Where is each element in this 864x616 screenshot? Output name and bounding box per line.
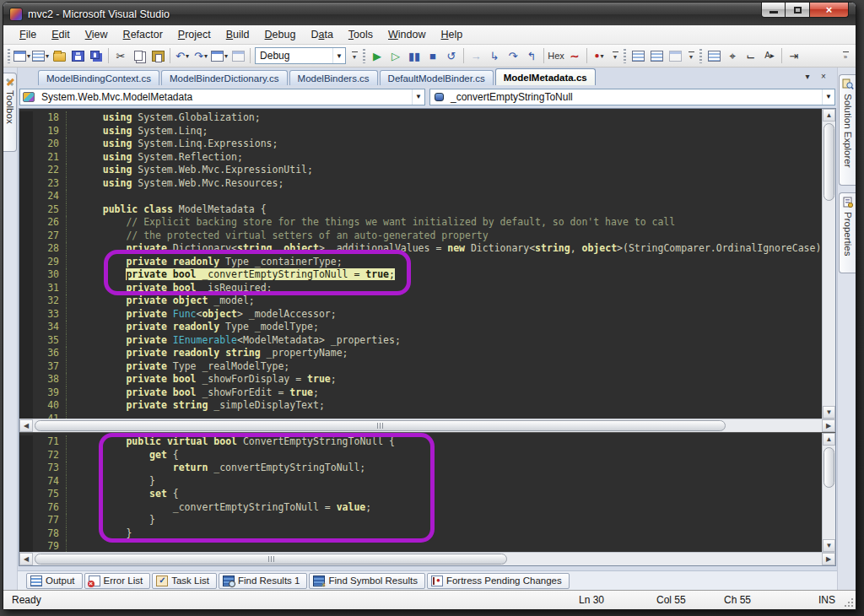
navigate-backward-button[interactable]: ▾ — [211, 47, 228, 64]
navigate-forward-button[interactable] — [230, 47, 246, 64]
start-debugging-button[interactable]: ▶ — [369, 47, 386, 64]
code-line-38[interactable]: 38 private bool _showForDisplay = true; — [19, 373, 822, 386]
add-item-button[interactable]: ▾ — [32, 47, 49, 64]
panel-tab-find-symbol-results[interactable]: Find Symbol Results — [309, 573, 424, 589]
breakpoint-button[interactable]: ●▾ — [591, 47, 608, 64]
step-out-button[interactable]: ↰ — [523, 47, 540, 64]
types-combo[interactable]: System.Web.Mvc.ModelMetadata ▼ — [19, 89, 425, 105]
code-line-76[interactable]: 76 _convertEmptyStringToNull = value; — [19, 501, 822, 515]
toolbar-overflow-button[interactable]: » — [840, 48, 850, 63]
scrollbar-thumb[interactable] — [35, 420, 726, 431]
scroll-left-arrow[interactable]: ◀ — [19, 553, 33, 565]
document-tab-modelbinders-cs[interactable]: ModelBinders.cs — [289, 70, 378, 85]
format-button[interactable] — [667, 47, 683, 64]
code-line-77[interactable]: 77 } — [19, 514, 822, 527]
vertical-scrollbar[interactable]: ▲ ▼ — [822, 109, 835, 419]
code-line-37[interactable]: 37 private Type _realModelType; — [19, 360, 822, 374]
menu-window[interactable]: Window — [381, 27, 433, 42]
scrollbar-thumb[interactable] — [824, 447, 834, 488]
code-line-40[interactable]: 40 private string _simpleDisplayText; — [19, 399, 822, 413]
panel-tab-output[interactable]: Output — [26, 573, 83, 589]
code-line-39[interactable]: 39 private bool _showForEdit = true; — [19, 386, 822, 400]
resize-grip[interactable] — [844, 597, 854, 608]
scroll-right-arrow[interactable]: ▶ — [822, 553, 835, 565]
hex-button[interactable]: Hex — [548, 47, 564, 64]
document-tab-modelmetadata-cs[interactable]: ModelMetadata.cs — [495, 68, 596, 85]
code-line-36[interactable]: 36 private readonly string _propertyName… — [19, 347, 822, 360]
code-line-72[interactable]: 72 get { — [19, 449, 822, 462]
display-in-browser-button[interactable] — [705, 47, 722, 64]
menu-build[interactable]: Build — [219, 27, 257, 42]
document-tab-modelbinderdictionary-cs[interactable]: ModelBinderDictionary.cs — [161, 70, 288, 85]
menu-tools[interactable]: Tools — [341, 27, 381, 42]
code-line-29[interactable]: 29 private readonly Type _containerType; — [19, 256, 822, 269]
copy-button[interactable] — [131, 47, 148, 64]
code-line-78[interactable]: 78 } — [19, 527, 822, 541]
cursor-underline-button[interactable]: ⌙ — [742, 47, 759, 64]
toolbar-options-button[interactable]: ▾ — [686, 48, 696, 63]
code-line-28[interactable]: 28 private Dictionary<string, object> ad… — [19, 242, 822, 256]
toolbar-grip[interactable] — [624, 49, 626, 63]
title-bar[interactable]: mvc2 - Microsoft Visual Studio × — [3, 3, 856, 25]
restore-button[interactable] — [786, 3, 810, 18]
scroll-down-arrow[interactable]: ▼ — [823, 539, 835, 552]
code-line-31[interactable]: 31 private bool _isRequired; — [19, 282, 822, 295]
menu-edit[interactable]: Edit — [44, 27, 78, 42]
code-line-27[interactable]: 27 // the protected virtual setters of a… — [19, 230, 822, 243]
menu-project[interactable]: Project — [170, 27, 219, 42]
code-line-20[interactable]: 20 using System.Linq.Expressions; — [19, 138, 822, 151]
save-all-button[interactable] — [88, 47, 105, 64]
code-pane-bottom[interactable]: 71 public virtual bool ConvertEmptyStrin… — [19, 433, 822, 552]
close-document-button[interactable]: × — [817, 70, 830, 83]
minimize-button[interactable] — [761, 3, 786, 18]
toolbar-options-button[interactable]: ▾ — [610, 48, 620, 63]
active-files-dropdown-button[interactable]: ▾ — [801, 70, 814, 83]
code-line-18[interactable]: 18 using System.Globalization; — [19, 111, 822, 125]
menu-data[interactable]: Data — [303, 27, 340, 42]
cut-button[interactable]: ✂ — [112, 47, 129, 64]
horizontal-scrollbar[interactable]: ◀ ▶ — [19, 419, 835, 432]
code-line-26[interactable]: 26 // Explicit backing store for the thi… — [19, 216, 822, 230]
scroll-down-arrow[interactable]: ▼ — [823, 406, 835, 419]
undo-button[interactable]: ↶▾ — [174, 47, 191, 64]
exceptions-button[interactable]: ∼ — [566, 47, 583, 64]
new-project-button[interactable]: ▾ — [14, 47, 30, 64]
members-combo[interactable]: _convertEmptyStringToNull ▼ — [429, 89, 835, 105]
sort-button[interactable]: A▸ — [761, 47, 778, 64]
code-line-24[interactable]: 24 — [19, 190, 822, 203]
save-button[interactable] — [69, 47, 86, 64]
code-line-79[interactable]: 79 — [19, 540, 822, 552]
indent-button[interactable]: ⇥ — [786, 47, 802, 64]
redo-button[interactable]: ↷▾ — [192, 47, 209, 64]
comment-button[interactable] — [629, 47, 646, 64]
document-tab-modelbindingcontext-cs[interactable]: ModelBindingContext.cs — [38, 70, 159, 85]
stop-debugging-button[interactable]: ■ — [424, 47, 441, 64]
code-line-23[interactable]: 23 using System.Web.Mvc.Resources; — [19, 177, 822, 191]
open-file-button[interactable] — [51, 47, 68, 64]
code-line-74[interactable]: 74 } — [19, 475, 822, 489]
vertical-scrollbar[interactable]: ▲ ▼ — [822, 433, 835, 552]
scroll-up-arrow[interactable]: ▲ — [823, 109, 835, 122]
scroll-right-arrow[interactable]: ▶ — [822, 419, 835, 432]
code-line-19[interactable]: 19 using System.Linq; — [19, 125, 822, 138]
scrollbar-thumb[interactable] — [35, 554, 507, 565]
menu-help[interactable]: Help — [434, 27, 471, 42]
show-next-statement-button[interactable]: → — [467, 47, 484, 64]
code-line-21[interactable]: 21 using System.Reflection; — [19, 151, 822, 165]
code-line-22[interactable]: 22 using System.Web.Mvc.ExpressionUtil; — [19, 164, 822, 177]
toolbar-grip[interactable] — [363, 49, 365, 63]
code-line-34[interactable]: 34 private readonly Type _modelType; — [19, 321, 822, 334]
solution-configuration-combo[interactable]: Debug ▼ — [255, 47, 346, 64]
panel-tab-find-results-1[interactable]: Find Results 1 — [219, 573, 308, 589]
toolbar-grip[interactable] — [699, 49, 702, 63]
close-button[interactable]: × — [810, 3, 849, 18]
code-line-41[interactable]: 41 — [19, 413, 822, 419]
step-over-button[interactable]: ↷ — [505, 47, 521, 64]
document-tab-defaultmodelbinder-cs[interactable]: DefaultModelBinder.cs — [380, 70, 494, 85]
code-line-71[interactable]: 71 public virtual bool ConvertEmptyStrin… — [19, 435, 822, 449]
restart-button[interactable]: ↺ — [443, 47, 460, 64]
menu-refactor[interactable]: Refactor — [116, 27, 170, 42]
menu-debug[interactable]: Debug — [257, 27, 304, 42]
code-line-30[interactable]: 30 private bool _convertEmptyStringToNul… — [19, 268, 822, 282]
toolbox-tab[interactable]: Toolbox — [3, 73, 17, 152]
